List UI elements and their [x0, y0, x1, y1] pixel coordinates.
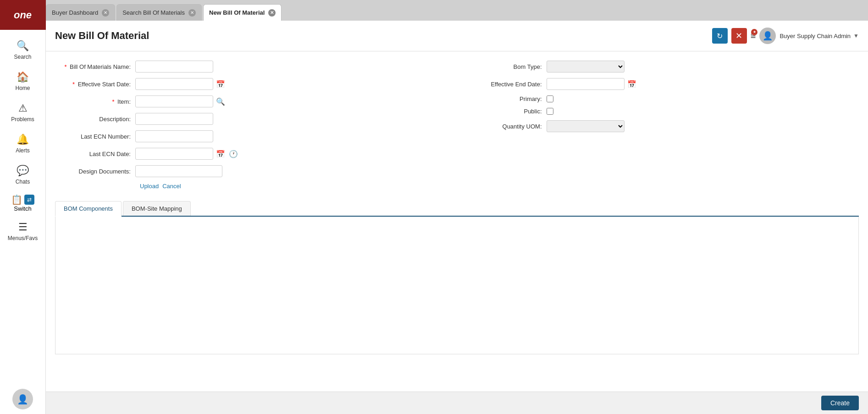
- sidebar-item-switch[interactable]: 📋 ⇄ Switch: [0, 190, 45, 216]
- public-checkbox[interactable]: [547, 108, 553, 115]
- primary-checkbox[interactable]: [547, 95, 553, 102]
- design-documents-label: Design Documents:: [55, 168, 135, 175]
- last-ecn-number-label: Last ECN Number:: [55, 133, 135, 140]
- sidebar-item-problems[interactable]: ⚠ Problems: [0, 97, 45, 128]
- user-avatar: 👤: [759, 28, 776, 44]
- form-row-item: * Item: 🔍: [55, 95, 448, 107]
- form-row-quantity-uom: Quantity UOM:: [466, 120, 859, 132]
- effective-end-date-calendar-icon[interactable]: 📅: [626, 79, 637, 90]
- tab-bom-site-mapping[interactable]: BOM-Site Mapping: [123, 201, 191, 216]
- bottom-bar: Create: [46, 392, 868, 414]
- form-row-public: Public:: [466, 108, 859, 115]
- effective-end-date-field: 📅: [547, 78, 637, 90]
- item-search-icon[interactable]: 🔍: [215, 96, 226, 107]
- effective-start-date-field: 📅: [135, 78, 226, 90]
- quantity-uom-label: Quantity UOM:: [466, 123, 547, 130]
- main-area: Buyer Dashboard ✕ Search Bill Of Materia…: [46, 0, 868, 414]
- quantity-uom-select[interactable]: [547, 120, 625, 132]
- menu-button[interactable]: ≡ ★: [751, 31, 756, 41]
- tab-bar: Buyer Dashboard ✕ Search Bill Of Materia…: [46, 0, 868, 21]
- upload-cancel-row: Upload Cancel: [140, 183, 448, 190]
- sidebar-label-menus: Menus/Favs: [8, 235, 38, 241]
- form-row-primary: Primary:: [466, 95, 859, 102]
- tab-search-bom-close[interactable]: ✕: [188, 9, 196, 17]
- user-name: Buyer Supply Chain Admin: [780, 33, 851, 39]
- required-star-start-date: *: [72, 81, 75, 88]
- bell-icon: 🔔: [17, 134, 29, 145]
- star-icon: ★: [753, 30, 756, 34]
- form-row-bom-type: Bom Type:: [466, 61, 859, 73]
- tab-bom-components[interactable]: BOM Components: [55, 201, 122, 217]
- form-row-description: Description:: [55, 113, 448, 125]
- effective-start-date-calendar-icon[interactable]: 📅: [215, 79, 226, 90]
- sidebar-label-home: Home: [15, 85, 30, 91]
- sidebar-item-chats[interactable]: 💬 Chats: [0, 159, 45, 190]
- form-row-last-ecn-date: Last ECN Date: 📅 🕐: [55, 148, 448, 160]
- tab-buyer-dashboard[interactable]: Buyer Dashboard ✕: [46, 4, 115, 21]
- user-dropdown[interactable]: Buyer Supply Chain Admin ▼: [780, 33, 859, 39]
- refresh-button[interactable]: ↻: [712, 28, 728, 44]
- sidebar-item-search[interactable]: 🔍 Search: [0, 34, 45, 66]
- last-ecn-number-input[interactable]: [135, 130, 213, 142]
- warning-icon: ⚠: [18, 102, 28, 114]
- last-ecn-date-label: Last ECN Date:: [55, 151, 135, 157]
- description-input[interactable]: [135, 113, 213, 125]
- item-label: * Item:: [55, 98, 135, 105]
- notification-badge: ★: [751, 29, 757, 35]
- tab-new-bom-close[interactable]: ✕: [268, 9, 276, 17]
- content-area: New Bill Of Material ↻ ✕ ≡ ★ 👤: [46, 21, 868, 414]
- last-ecn-date-input[interactable]: [135, 148, 213, 160]
- bom-name-label: * Bill Of Materials Name:: [55, 63, 135, 70]
- bom-name-input[interactable]: [135, 61, 213, 73]
- sidebar-avatar[interactable]: 👤: [12, 389, 33, 409]
- sidebar-label-alerts: Alerts: [16, 147, 30, 154]
- close-page-button[interactable]: ✕: [731, 28, 747, 44]
- sidebar-item-menus[interactable]: ☰ Menus/Favs: [0, 216, 45, 247]
- effective-start-date-input[interactable]: [135, 78, 213, 90]
- page-header: New Bill Of Material ↻ ✕ ≡ ★ 👤: [46, 21, 868, 51]
- tab-new-bom[interactable]: New Bill Of Material ✕: [203, 4, 282, 21]
- app-logo[interactable]: one: [0, 0, 46, 30]
- home-icon: 🏠: [17, 71, 29, 83]
- sidebar-label-switch: Switch: [14, 205, 31, 212]
- effective-end-date-label: Effective End Date:: [466, 81, 547, 88]
- sidebar-item-alerts[interactable]: 🔔 Alerts: [0, 128, 45, 159]
- upload-link[interactable]: Upload: [140, 183, 159, 190]
- create-button[interactable]: Create: [821, 396, 859, 410]
- tab-buyer-dashboard-close[interactable]: ✕: [102, 9, 109, 17]
- form-left-column: * Bill Of Materials Name: * Effective St…: [55, 61, 448, 194]
- bom-type-select[interactable]: [547, 61, 625, 73]
- design-documents-file-input[interactable]: [135, 165, 222, 177]
- menus-icon: ☰: [18, 221, 28, 233]
- sidebar-item-home[interactable]: 🏠 Home: [0, 66, 45, 97]
- search-icon: 🔍: [17, 40, 29, 52]
- page-title: New Bill Of Material: [55, 30, 712, 42]
- sidebar-label-chats: Chats: [16, 179, 30, 185]
- sidebar-label-search: Search: [14, 54, 31, 60]
- item-input[interactable]: [135, 95, 213, 107]
- avatar-placeholder-icon: 👤: [763, 31, 773, 41]
- sidebar: one 🔍 Search 🏠 Home ⚠ Problems 🔔 Alerts …: [0, 0, 46, 414]
- switch-pages-icon: 📋: [11, 194, 22, 205]
- chat-icon: 💬: [17, 165, 29, 177]
- bom-tabs-section: BOM Components BOM-Site Mapping: [55, 201, 859, 354]
- bom-type-label: Bom Type:: [466, 63, 547, 70]
- avatar-icon: 👤: [17, 394, 28, 405]
- last-ecn-date-calendar-icon[interactable]: 📅: [215, 149, 226, 159]
- primary-label: Primary:: [466, 95, 547, 102]
- tab-search-bom-label: Search Bill Of Materials: [122, 9, 185, 16]
- cancel-link[interactable]: Cancel: [162, 183, 181, 190]
- form-row-design-documents: Design Documents:: [55, 165, 448, 177]
- tab-buyer-dashboard-label: Buyer Dashboard: [52, 9, 98, 16]
- sidebar-label-problems: Problems: [11, 116, 34, 123]
- form-row-effective-end-date: Effective End Date: 📅: [466, 78, 859, 90]
- tab-search-bom[interactable]: Search Bill Of Materials ✕: [116, 4, 202, 21]
- description-label: Description:: [55, 116, 135, 123]
- form-grid: * Bill Of Materials Name: * Effective St…: [55, 61, 859, 194]
- last-ecn-date-field: 📅 🕐: [135, 148, 239, 160]
- form-row-effective-start-date: * Effective Start Date: 📅: [55, 78, 448, 90]
- form-right-column: Bom Type: Effective End Date:: [466, 61, 859, 194]
- last-ecn-date-clock-icon[interactable]: 🕐: [228, 149, 239, 159]
- form-row-last-ecn-number: Last ECN Number:: [55, 130, 448, 142]
- effective-end-date-input[interactable]: [547, 78, 625, 90]
